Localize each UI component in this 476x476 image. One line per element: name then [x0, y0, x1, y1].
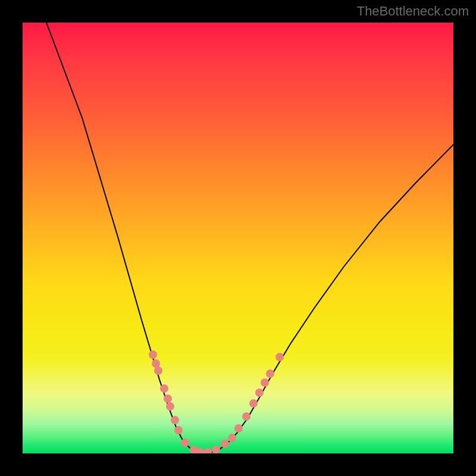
chart-dot	[203, 448, 212, 453]
chart-dot	[160, 384, 168, 393]
chart-dot	[171, 416, 179, 424]
chart-dot	[221, 440, 229, 448]
bottleneck-chart	[23, 23, 453, 453]
chart-dot	[154, 367, 162, 375]
chart-dot	[228, 434, 236, 442]
chart-curve-line	[46, 23, 453, 453]
chart-dot	[164, 394, 172, 403]
chart-dot	[242, 412, 250, 421]
chart-dots	[149, 350, 284, 453]
chart-dot	[174, 426, 183, 434]
chart-dot	[255, 389, 264, 397]
chart-dot	[152, 359, 160, 368]
chart-dot	[212, 446, 220, 453]
chart-dot	[149, 350, 157, 359]
chart-dot	[234, 424, 243, 433]
chart-svg	[23, 23, 453, 453]
chart-dot	[166, 402, 174, 411]
chart-dot	[266, 369, 274, 378]
chart-dot	[261, 378, 269, 387]
chart-dot	[275, 353, 284, 361]
watermark-text: TheBottleneck.com	[357, 4, 469, 19]
chart-dot	[181, 439, 189, 447]
chart-dot	[249, 399, 258, 408]
